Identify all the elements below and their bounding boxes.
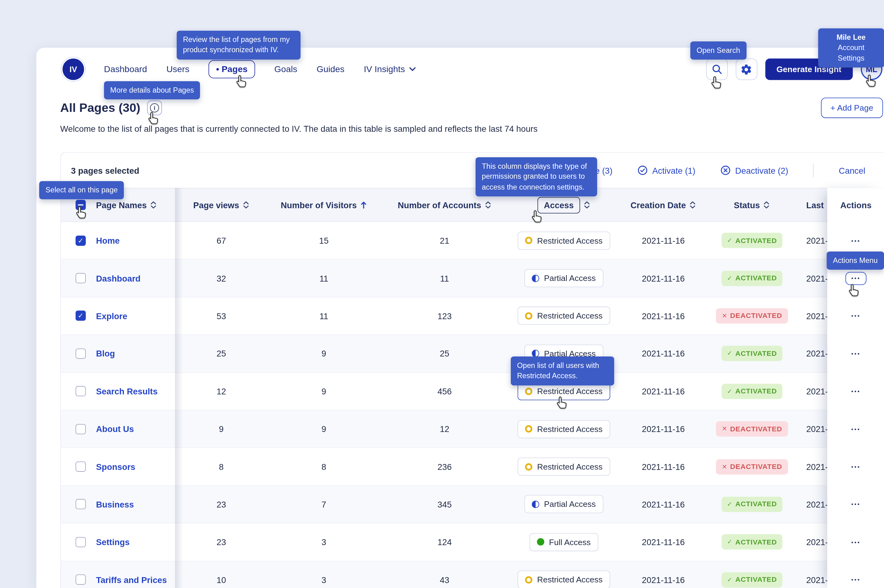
row-actions-button[interactable]: ••• [845, 536, 866, 549]
status-badge: ✕ DEACTIVATED [716, 422, 788, 436]
row-actions-button[interactable]: ••• [845, 423, 866, 436]
check-circle-icon [637, 165, 648, 176]
cursor-pointer-icon [235, 74, 248, 90]
nav-dashboard[interactable]: Dashboard [104, 64, 147, 74]
page-name-link[interactable]: Explore [96, 311, 128, 321]
sort-icon[interactable] [150, 201, 157, 209]
accounts-value: 43 [380, 575, 509, 585]
tooltip-actions-menu: Actions Menu [827, 251, 884, 270]
nav-users[interactable]: Users [167, 64, 189, 74]
access-chip[interactable]: Restricted Access [518, 231, 610, 249]
row-checkbox[interactable] [75, 311, 86, 321]
status-icon: ✓ [727, 237, 732, 244]
page-name-link[interactable]: Sponsors [96, 462, 135, 471]
row-actions-button[interactable]: ••• [845, 234, 866, 248]
access-chip[interactable]: Partial Access [525, 269, 603, 287]
access-chip[interactable]: Full Access [530, 533, 598, 551]
nav-goals[interactable]: Goals [274, 64, 298, 74]
sort-icon[interactable] [243, 201, 250, 209]
status-label: ACTIVATED [735, 500, 777, 508]
col-page-views[interactable]: Page views [193, 200, 239, 210]
access-label: Partial Access [544, 500, 596, 509]
row-checkbox[interactable] [75, 424, 86, 434]
cursor-pointer-icon [74, 206, 88, 221]
row-actions-button[interactable]: ••• [845, 348, 866, 360]
col-number-of-visitors[interactable]: Number of Visitors [281, 200, 357, 210]
status-label: DEACTIVATED [730, 463, 782, 471]
sort-icon[interactable] [763, 201, 770, 209]
access-label: Full Access [549, 537, 591, 546]
page-name-link[interactable]: About Us [96, 424, 134, 434]
page-name-link[interactable]: Blog [96, 349, 115, 358]
col-last-updated[interactable]: Last [806, 200, 824, 210]
accounts-value: 12 [380, 424, 509, 434]
col-status[interactable]: Status [734, 200, 760, 210]
visitors-value: 8 [268, 462, 380, 471]
row-checkbox[interactable] [75, 386, 86, 396]
creation-date-value: 2021-11-16 [619, 500, 708, 509]
sort-ascending-icon[interactable] [360, 201, 367, 209]
access-label: Restricted Access [537, 575, 603, 584]
col-page-names[interactable]: Page Names [96, 200, 147, 210]
row-actions-button[interactable]: ••• [845, 498, 866, 511]
row-actions-button[interactable]: ••• [845, 385, 866, 398]
sort-icon[interactable] [485, 201, 492, 209]
nav-iv-insights[interactable]: IV Insights [364, 64, 416, 74]
sort-icon[interactable] [689, 201, 696, 209]
row-checkbox[interactable] [75, 348, 86, 358]
cursor-pointer-icon [710, 75, 723, 92]
col-number-of-accounts[interactable]: Number of Accounts [398, 200, 481, 210]
visitors-value: 9 [268, 424, 380, 434]
add-page-button[interactable]: + Add Page [821, 98, 883, 118]
access-chip[interactable]: Restricted Access [518, 307, 610, 325]
access-chip[interactable]: Partial Access [525, 495, 603, 513]
row-actions-button[interactable]: ••• [845, 460, 866, 473]
row-checkbox[interactable] [75, 273, 86, 284]
cursor-pointer-icon [530, 210, 544, 225]
actions-row: ••• [827, 561, 884, 588]
page-views-value: 67 [175, 236, 268, 245]
page-name-link[interactable]: Search Results [96, 386, 158, 396]
row-checkbox[interactable] [75, 462, 86, 472]
page-name-link[interactable]: Business [96, 500, 134, 509]
tooltip-open-search: Open Search [690, 41, 746, 60]
sort-icon[interactable] [583, 201, 590, 209]
page-name-link[interactable]: Home [96, 236, 120, 245]
row-checkbox[interactable] [75, 235, 86, 246]
settings-button[interactable] [736, 58, 757, 80]
page-views-value: 23 [175, 537, 268, 547]
nav-guides[interactable]: Guides [317, 64, 345, 74]
row-checkbox[interactable] [75, 537, 86, 547]
deactivate-button[interactable]: Deactivate (2) [720, 165, 788, 176]
row-actions-button[interactable]: ••• [845, 573, 866, 586]
access-chip[interactable]: Restricted Access [518, 571, 610, 588]
accounts-value: 123 [380, 311, 509, 321]
activate-button[interactable]: Activate (1) [637, 165, 696, 176]
access-chip[interactable]: Restricted Access [518, 420, 610, 438]
table-toolbar: 3 pages selected Merge (3) Activate (1) … [61, 153, 884, 188]
row-actions-button[interactable]: ••• [845, 309, 866, 322]
accounts-value: 345 [380, 500, 509, 509]
page-name-link[interactable]: Tariffs and Prices [96, 575, 167, 585]
access-chip[interactable]: Restricted Access [518, 458, 610, 476]
status-badge: ✕ DEACTIVATED [716, 459, 788, 474]
creation-date-value: 2021-11-16 [619, 462, 708, 471]
cancel-button[interactable]: Cancel [839, 165, 865, 175]
pages-table: 3 pages selected Merge (3) Activate (1) … [60, 152, 884, 588]
status-label: ACTIVATED [735, 387, 777, 395]
col-creation-date[interactable]: Creation Date [630, 200, 686, 210]
page-name-link[interactable]: Dashboard [96, 273, 141, 283]
page-name-link[interactable]: Settings [96, 537, 130, 547]
status-icon: ✓ [727, 387, 732, 395]
app-logo[interactable]: IV [63, 58, 84, 80]
tooltip-restricted-access: Open list of all users with Restricted A… [511, 357, 614, 386]
col-access[interactable]: Access [538, 197, 580, 213]
row-checkbox[interactable] [75, 499, 86, 509]
status-badge: ✓ ACTIVATED [721, 384, 783, 399]
table-row: Blog 25 9 25 Partial Access 2021-11-16 ✓… [61, 335, 884, 373]
status-label: ACTIVATED [735, 538, 777, 546]
status-label: DEACTIVATED [730, 425, 782, 433]
row-checkbox[interactable] [75, 574, 86, 585]
creation-date-value: 2021-11-16 [619, 349, 708, 358]
access-icon [532, 274, 540, 282]
